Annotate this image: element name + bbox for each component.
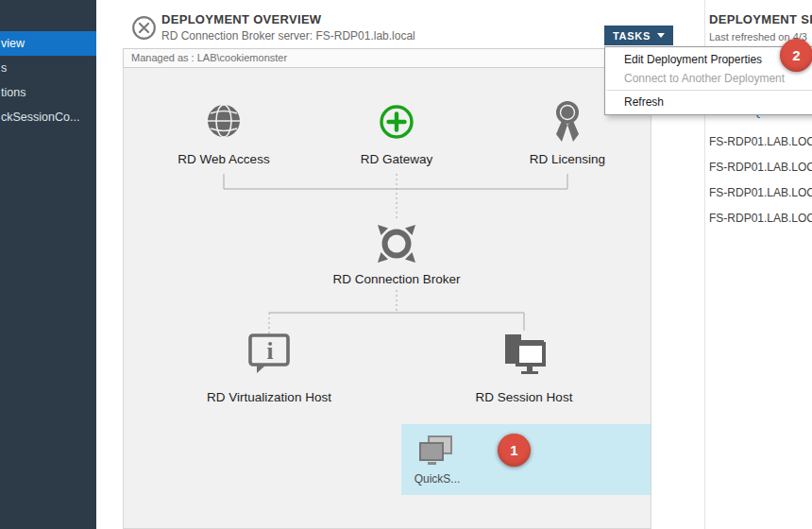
broker-ring-arrows-icon[interactable] xyxy=(374,221,419,270)
collection-name-label: QuickS... xyxy=(407,472,467,486)
node-label-rd-virtualization-host[interactable]: RD Virtualization Host xyxy=(189,390,349,404)
server-manager-rds-overview: view s tions ckSessionCo... DEPLOYMENT O… xyxy=(0,0,812,529)
managed-as-bar: Managed as : LAB\cookiemonster xyxy=(123,48,651,68)
server-row[interactable]: FS-RDP01.LAB.LOCAL xyxy=(709,157,812,178)
step-badge-1: 1 xyxy=(498,434,531,467)
tasks-button-label: TASKS xyxy=(613,30,651,42)
chevron-down-icon xyxy=(657,33,665,38)
server-row[interactable]: FS-RDP01.LAB.LOCAL xyxy=(709,131,812,152)
sidebar-item-quick-session-collection[interactable]: ckSessionCo... xyxy=(0,105,96,129)
svg-text:i: i xyxy=(267,338,274,364)
server-row[interactable]: FS-RDP01.LAB.LOCAL xyxy=(709,182,812,203)
step-badge-2: 2 xyxy=(780,39,812,72)
award-ribbon-icon[interactable] xyxy=(550,100,584,149)
menu-item-refresh[interactable]: Refresh xyxy=(605,93,812,111)
node-label-rd-connection-broker[interactable]: RD Connection Broker xyxy=(316,272,477,286)
circle-x-icon[interactable] xyxy=(131,15,157,41)
menu-item-connect-to-another-deployment: Connect to Another Deployment xyxy=(605,69,812,88)
deployment-servers-title: DEPLOYMENT SERVERS xyxy=(709,12,812,26)
node-label-rd-licensing[interactable]: RD Licensing xyxy=(487,152,648,166)
green-plus-icon[interactable] xyxy=(378,103,415,145)
cascaded-monitors-icon xyxy=(416,435,458,472)
node-label-rd-session-host[interactable]: RD Session Host xyxy=(444,390,604,404)
sidebar-item-collections[interactable]: tions xyxy=(0,80,96,105)
menu-separator xyxy=(607,90,812,91)
sidebar-item-servers[interactable]: s xyxy=(0,56,96,80)
globe-icon[interactable] xyxy=(206,103,242,143)
info-bubble-icon[interactable]: i xyxy=(246,333,292,378)
sidebar-item-overview[interactable]: view xyxy=(0,31,96,56)
node-label-rd-gateway[interactable]: RD Gateway xyxy=(316,152,477,166)
node-label-rd-web-access[interactable]: RD Web Access xyxy=(144,152,304,166)
page-title: DEPLOYMENT OVERVIEW xyxy=(161,12,321,26)
rds-sidebar: view s tions ckSessionCo... xyxy=(0,0,96,529)
tasks-dropdown-button[interactable]: TASKS xyxy=(604,26,673,45)
broker-server-subtitle: RD Connection Broker server: FS-RDP01.la… xyxy=(161,29,415,43)
server-row[interactable]: FS-RDP01.LAB.LOCAL xyxy=(709,208,812,229)
session-host-monitor-icon[interactable] xyxy=(500,332,548,379)
